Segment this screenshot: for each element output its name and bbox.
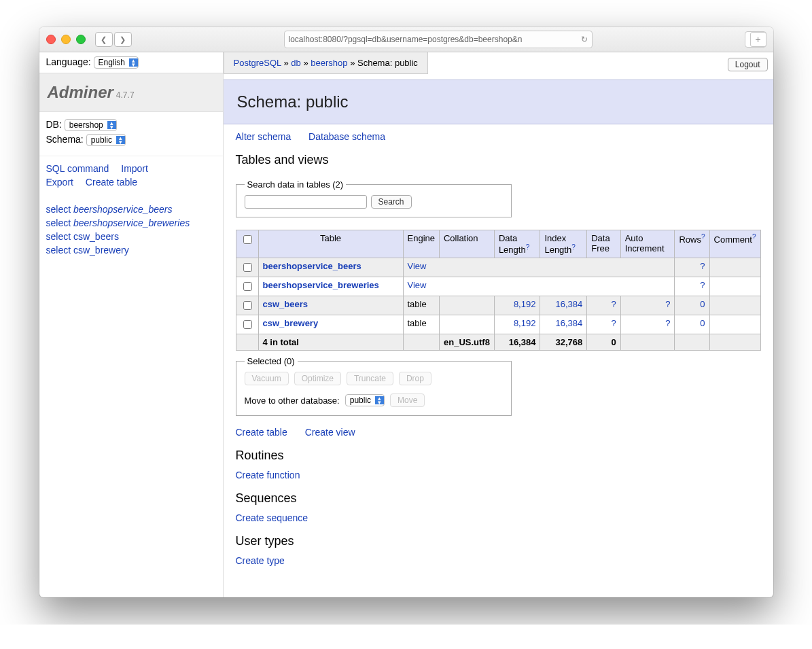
footer-indexlen: 32,768: [540, 334, 587, 351]
create-view-link[interactable]: Create view: [305, 427, 355, 438]
forward-button[interactable]: ❯: [114, 32, 132, 47]
url-bar[interactable]: localhost:8080/?pgsql=db&username=postgr…: [284, 31, 593, 48]
tables-heading: Tables and views: [236, 153, 761, 167]
sidebar-table-link[interactable]: select beershopservice_beers: [46, 204, 173, 215]
table-row: beershopservice_beersView?: [236, 258, 760, 277]
footer-total: 4 in total: [258, 334, 403, 351]
datalen-link[interactable]: 8,192: [514, 318, 536, 328]
col-datafree: Data Free: [587, 230, 620, 258]
datalen-link[interactable]: 8,192: [514, 299, 536, 309]
optimize-button[interactable]: Optimize: [294, 372, 341, 385]
col-rows: Rows?: [675, 230, 709, 258]
schema-label: Schema:: [46, 134, 84, 145]
database-schema-link[interactable]: Database schema: [308, 131, 385, 142]
row-checkbox[interactable]: [243, 320, 252, 329]
table-name-link[interactable]: csw_beers: [263, 299, 308, 309]
tables-grid: Table Engine Collation Data Length? Inde…: [236, 230, 761, 351]
table-row: csw_brewerytable8,19216,384??0: [236, 315, 760, 334]
minimize-icon[interactable]: [61, 35, 71, 44]
indexlen-link[interactable]: 16,384: [555, 318, 582, 328]
truncate-button[interactable]: Truncate: [347, 372, 393, 385]
move-target-select[interactable]: public▴▾: [345, 394, 385, 406]
rows-link[interactable]: 0: [700, 318, 705, 328]
rows-link[interactable]: 0: [700, 299, 705, 309]
export-link[interactable]: Export: [46, 177, 73, 188]
create-sequence-link[interactable]: Create sequence: [236, 512, 308, 523]
row-checkbox[interactable]: [243, 263, 252, 272]
row-checkbox-cell: [236, 258, 258, 277]
sidebar-table-link[interactable]: select csw_brewery: [46, 245, 129, 256]
row-checkbox[interactable]: [243, 282, 252, 291]
create-table-link[interactable]: Create table: [236, 427, 287, 438]
sql-command-link[interactable]: SQL command: [46, 163, 109, 174]
search-button[interactable]: Search: [371, 195, 412, 209]
new-tab-button[interactable]: +: [750, 32, 766, 47]
col-autoinc: Auto Increment: [620, 230, 675, 258]
browser-window: ❮ ❯ localhost:8080/?pgsql=db&username=po…: [39, 27, 773, 597]
search-legend: Search data in tables (2): [245, 179, 347, 190]
bc-server[interactable]: db: [291, 58, 300, 68]
footer-datalen: 16,384: [494, 334, 540, 351]
indexlen-link[interactable]: 16,384: [555, 299, 582, 309]
search-fieldset: Search data in tables (2) Search: [236, 179, 512, 217]
table-row: csw_beerstable8,19216,384??0: [236, 296, 760, 315]
engine-link[interactable]: View: [408, 261, 427, 271]
sidebar-table-link[interactable]: select beershopservice_breweries: [46, 217, 190, 228]
datafree-link[interactable]: ?: [611, 299, 616, 309]
bc-driver[interactable]: PostgreSQL: [234, 58, 281, 68]
language-select[interactable]: English▴▾: [94, 56, 139, 69]
bc-db[interactable]: beershop: [311, 58, 347, 68]
autoinc-link[interactable]: ?: [665, 318, 670, 328]
selected-fieldset: Selected (0) Vacuum Optimize Truncate Dr…: [236, 356, 512, 416]
help-icon[interactable]: ?: [701, 233, 705, 241]
engine-link[interactable]: View: [408, 280, 427, 290]
alter-schema-link[interactable]: Alter schema: [236, 131, 292, 142]
close-icon[interactable]: [46, 35, 56, 44]
create-table-side-link[interactable]: Create table: [86, 177, 137, 188]
help-icon[interactable]: ?: [526, 243, 530, 251]
sequences-heading: Sequences: [236, 491, 761, 506]
back-button[interactable]: ❮: [95, 32, 113, 47]
bc-current: Schema: public: [357, 58, 418, 68]
import-link[interactable]: Import: [121, 163, 148, 174]
drop-button[interactable]: Drop: [399, 372, 431, 385]
url-text: localhost:8080/?pgsql=db&username=postgr…: [289, 35, 577, 44]
selected-legend: Selected (0): [245, 356, 298, 366]
row-checkbox-cell: [236, 296, 258, 315]
usertypes-heading: User types: [236, 534, 761, 548]
table-row: beershopservice_breweriesView?: [236, 277, 760, 296]
col-engine: Engine: [403, 230, 439, 258]
reload-icon[interactable]: ↻: [581, 35, 588, 44]
table-name-link[interactable]: beershopservice_beers: [263, 261, 361, 271]
rows-link[interactable]: ?: [700, 280, 705, 290]
autoinc-link[interactable]: ?: [665, 299, 670, 309]
db-select[interactable]: beershop▴▾: [65, 119, 117, 131]
col-datalen: Data Length?: [494, 230, 540, 258]
rows-link[interactable]: ?: [700, 261, 705, 271]
help-icon[interactable]: ?: [752, 233, 756, 241]
create-type-link[interactable]: Create type: [236, 555, 285, 566]
logout-button[interactable]: Logout: [728, 58, 768, 71]
page-title: Schema: public: [224, 80, 773, 124]
table-name-link[interactable]: csw_brewery: [263, 318, 319, 328]
row-checkbox-cell: [236, 315, 258, 334]
main: PostgreSQL » db » beershop » Schema: pub…: [224, 52, 773, 597]
table-name-link[interactable]: beershopservice_breweries: [263, 280, 379, 290]
select-all-checkbox[interactable]: [243, 235, 252, 244]
footer-collation: en_US.utf8: [439, 334, 494, 351]
move-button[interactable]: Move: [390, 393, 425, 407]
zoom-icon[interactable]: [76, 35, 86, 44]
sidebar: Language: English▴▾ Adminer4.7.7 DB: bee…: [39, 52, 224, 597]
breadcrumb: PostgreSQL » db » beershop » Schema: pub…: [224, 52, 428, 74]
row-checkbox[interactable]: [243, 301, 252, 310]
row-checkbox-cell: [236, 277, 258, 296]
schema-select[interactable]: public▴▾: [86, 134, 126, 146]
vacuum-button[interactable]: Vacuum: [245, 372, 289, 385]
help-icon[interactable]: ?: [571, 243, 576, 251]
sidebar-table-link[interactable]: select csw_beers: [46, 231, 119, 242]
datafree-link[interactable]: ?: [611, 318, 616, 328]
app-logo: Adminer4.7.7: [39, 73, 223, 112]
col-comment: Comment?: [709, 230, 760, 258]
search-input[interactable]: [245, 195, 367, 209]
create-function-link[interactable]: Create function: [236, 470, 300, 480]
